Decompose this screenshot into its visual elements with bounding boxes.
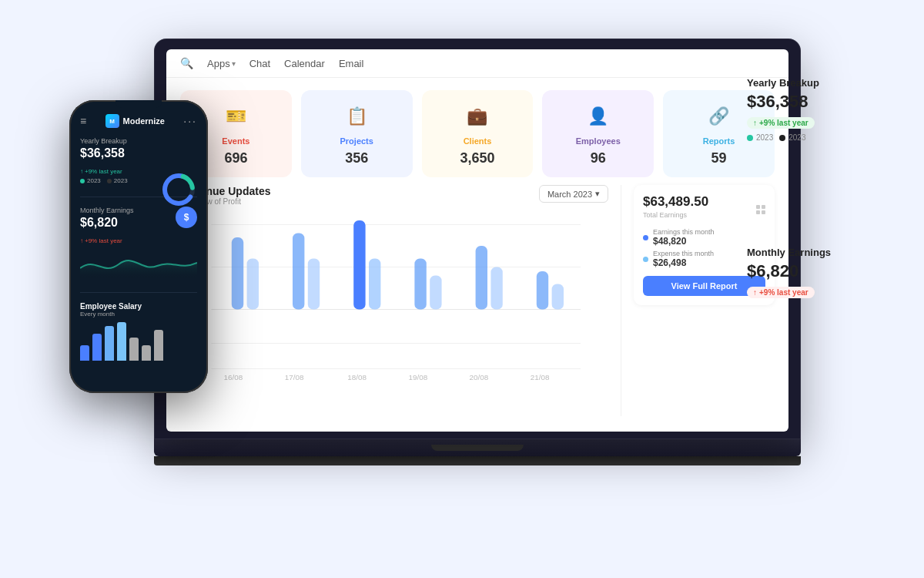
stat-card-clients[interactable]: 💼 Clients 3,650 — [422, 90, 534, 177]
yearly-years: 2023 2023 — [747, 133, 893, 142]
svg-rect-19 — [490, 267, 502, 310]
laptop-foot — [154, 456, 801, 465]
svg-rect-10 — [232, 237, 243, 310]
year1-dot — [747, 135, 753, 141]
earnings-dot — [643, 235, 648, 240]
monthly-earnings-value: $6,820 — [747, 261, 893, 281]
phone-yearly-badge: ↑ +9% last year — [80, 168, 122, 175]
phone-monthly-section: Monthly Earnings $6,820 ↑ +9% last year … — [69, 200, 208, 289]
phone-menu-icon[interactable]: ≡ — [80, 115, 86, 127]
total-earnings-label: Total Earnings — [643, 211, 708, 219]
phone-monthly-circle-icon: $ — [176, 207, 197, 228]
employees-label: Employees — [576, 136, 621, 146]
clients-value: 3,650 — [460, 150, 494, 166]
phone-device: ≡ M Modernize ··· Yearly Breakup $36,358… — [69, 100, 208, 393]
earnings-this-month: Earnings this month $48,820 — [653, 228, 715, 247]
yearly-breakup-value: $36,358 — [747, 92, 893, 112]
reports-value: 59 — [711, 150, 727, 166]
nav-apps[interactable]: Apps ▾ — [207, 58, 236, 69]
main-content: Revenue Updates Overview of Profit March… — [166, 185, 788, 416]
phone-yearly-label: Yearly Breakup — [80, 137, 197, 145]
stat-card-projects[interactable]: 📋 Projects 356 — [301, 90, 413, 177]
laptop-screen: 🔍 Apps ▾ Chat Calendar Email 🎫 — [154, 39, 801, 439]
expense-this-month: Expense this month $26,498 — [653, 250, 714, 268]
svg-text:21/08: 21/08 — [531, 373, 550, 381]
chart-section: Revenue Updates Overview of Profit March… — [180, 185, 621, 416]
laptop-content: 🔍 Apps ▾ Chat Calendar Email 🎫 — [166, 49, 788, 432]
monthly-earnings-badge: ↑ +9% last year — [747, 287, 815, 298]
svg-text:20/08: 20/08 — [470, 373, 489, 381]
earnings-this-month-row: Earnings this month $48,820 — [643, 228, 765, 247]
search-icon[interactable]: 🔍 — [180, 57, 193, 69]
reports-label: Reports — [703, 136, 735, 146]
phone-year2: 2023 — [107, 177, 128, 184]
phone-year1-dot — [80, 179, 85, 183]
salary-bar — [129, 338, 139, 361]
clients-icon: 💼 — [462, 101, 493, 132]
svg-rect-18 — [476, 246, 487, 310]
nav-calendar[interactable]: Calendar — [284, 58, 325, 69]
stat-card-employees[interactable]: 👤 Employees 96 — [542, 90, 654, 177]
nav-email[interactable]: Email — [339, 58, 364, 69]
salary-bar — [154, 330, 163, 361]
phone-monthly-badge: ↑ +9% last year — [80, 237, 122, 244]
total-earnings-group: $63,489.50 Total Earnings — [643, 194, 708, 225]
phone-divider-2 — [80, 292, 197, 293]
projects-icon: 📋 — [341, 101, 372, 132]
salary-bar — [117, 322, 126, 361]
svg-rect-15 — [369, 259, 380, 310]
svg-rect-16 — [414, 259, 426, 310]
svg-rect-11 — [247, 259, 259, 310]
svg-text:17/08: 17/08 — [285, 373, 304, 381]
svg-rect-14 — [353, 220, 365, 310]
projects-value: 356 — [345, 150, 368, 166]
py-badge-icon: ↑ — [80, 168, 83, 175]
svg-rect-13 — [308, 259, 320, 310]
phone-year1: 2023 — [80, 177, 101, 184]
phone-salary-title: Employee Salary — [80, 302, 197, 311]
monthly-earnings-card: Monthly Earnings $6,820 ↑ +9% last year — [747, 247, 893, 298]
total-earnings-value: $63,489.50 — [643, 194, 708, 210]
svg-text:16/08: 16/08 — [224, 373, 243, 381]
phone-logo: M Modernize — [105, 114, 165, 128]
svg-text:18/08: 18/08 — [347, 373, 367, 381]
svg-rect-20 — [537, 271, 548, 310]
phone-wave-chart — [80, 249, 197, 280]
laptop-device: 🔍 Apps ▾ Chat Calendar Email 🎫 — [154, 39, 801, 501]
svg-rect-12 — [293, 234, 304, 310]
salary-bar — [142, 345, 151, 361]
phone-salary-subtitle: Every month — [80, 311, 197, 318]
phone-header: ≡ M Modernize ··· — [69, 108, 208, 131]
phone-salary-bars — [80, 322, 197, 361]
date-filter-button[interactable]: March 2023 ▾ — [539, 185, 608, 203]
phone-logo-icon: M — [105, 114, 119, 128]
badge-arrow-icon: ↑ — [753, 119, 757, 127]
events-value: 696 — [224, 150, 247, 166]
phone-more-icon[interactable]: ··· — [183, 115, 197, 127]
yearly-breakup-badge: ↑ +9% last year — [747, 117, 815, 129]
salary-bar — [105, 326, 114, 361]
phone-yearly-section: Yearly Breakup $36,358 ↑ +9% last year 2… — [69, 131, 208, 193]
year1-item: 2023 — [747, 133, 773, 142]
reports-icon: 🔗 — [704, 101, 735, 132]
salary-bar — [80, 345, 89, 361]
phone-year2-dot — [107, 179, 112, 183]
earnings-grid-icon — [756, 205, 765, 214]
me-badge-icon: ↑ — [753, 288, 757, 297]
phone-notch — [116, 100, 162, 108]
svg-rect-21 — [552, 284, 564, 310]
salary-bar — [92, 334, 102, 361]
laptop-hinge — [431, 445, 524, 451]
employees-icon: 👤 — [583, 101, 614, 132]
expense-dot — [643, 257, 648, 262]
year2-dot — [779, 135, 785, 141]
yearly-breakup-card: Yearly Breakup $36,358 ↑ +9% last year 2… — [747, 77, 893, 142]
chart-header: Revenue Updates Overview of Profit March… — [180, 185, 608, 206]
apps-arrow-icon: ▾ — [232, 59, 236, 68]
svg-rect-17 — [430, 276, 441, 310]
monthly-earnings-title: Monthly Earnings — [747, 247, 893, 258]
laptop-nav: 🔍 Apps ▾ Chat Calendar Email — [166, 49, 788, 78]
nav-chat[interactable]: Chat — [249, 58, 270, 69]
right-panel: $63,489.50 Total Earnings — [621, 185, 775, 416]
laptop-base — [154, 439, 801, 456]
